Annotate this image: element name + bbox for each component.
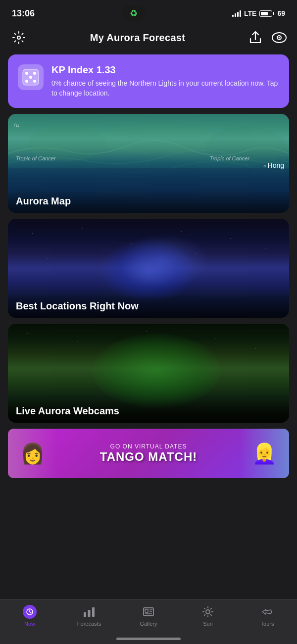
now-icon <box>23 605 37 619</box>
home-indicator <box>116 638 181 640</box>
ad-person-left: 👩 <box>8 429 57 478</box>
tab-sun-label: Sun <box>203 621 213 627</box>
tab-tours[interactable]: Tours <box>238 605 297 627</box>
kp-title: KP Index 1.33 <box>51 64 279 76</box>
svg-point-6 <box>33 72 36 75</box>
header-actions <box>248 30 287 46</box>
kp-description: 0% chance of seeing the Northern Lights … <box>51 79 279 98</box>
gallery-icon <box>142 605 155 619</box>
view-button[interactable] <box>271 30 287 46</box>
svg-point-11 <box>97 124 216 153</box>
tab-sun[interactable]: Sun <box>178 605 238 627</box>
svg-rect-15 <box>84 612 86 617</box>
tab-gallery[interactable]: Gallery <box>119 605 178 627</box>
dynamic-island: ♻ <box>122 5 146 22</box>
best-locations-card[interactable]: Best Locations Right Now <box>8 219 289 318</box>
svg-rect-19 <box>145 609 148 612</box>
ad-content: GO ON VIRTUAL DATES TANGO MATCH! <box>100 443 197 464</box>
webcam-footer: Live Aurora Webcams <box>8 399 289 423</box>
battery-level: 69 <box>277 9 285 17</box>
page-title: My Aurora Forecast <box>90 32 186 44</box>
map-city-label: Hong <box>263 161 284 169</box>
ad-banner[interactable]: 👩 GO ON VIRTUAL DATES TANGO MATCH! 👱‍♀️ <box>8 429 289 478</box>
svg-point-7 <box>25 80 28 83</box>
tab-tours-label: Tours <box>261 621 274 627</box>
header: My Aurora Forecast <box>0 25 297 54</box>
tab-now[interactable]: Now <box>0 605 59 627</box>
aurora-map-footer: Aurora Map <box>8 190 289 213</box>
webcam-card[interactable]: Live Aurora Webcams <box>8 324 289 423</box>
status-time: 13:06 <box>12 8 35 19</box>
ad-top-text: GO ON VIRTUAL DATES <box>100 443 197 450</box>
aurora-glow-secondary <box>120 234 209 288</box>
svg-point-3 <box>279 37 280 39</box>
tab-gallery-label: Gallery <box>140 621 157 627</box>
svg-point-8 <box>33 80 36 83</box>
status-bar: 13:06 ♻ LTE 69 <box>0 0 297 25</box>
tours-icon <box>260 605 274 619</box>
map-tropic-left: Tropic of Cancer <box>16 155 56 161</box>
tab-forecasts-label: Forecasts <box>77 621 101 627</box>
aurora-map-label: Aurora Map <box>16 196 71 206</box>
map-label-ya: 7a <box>13 122 19 128</box>
ad-person-right: 👱‍♀️ <box>240 429 289 478</box>
ad-main-text: TANGO MATCH! <box>100 450 197 464</box>
app-icon: ♻ <box>130 8 138 19</box>
svg-rect-17 <box>92 607 95 617</box>
battery-icon <box>259 10 274 17</box>
svg-point-9 <box>29 76 32 79</box>
status-indicators: LTE 69 <box>232 9 285 17</box>
map-tropic-right: Tropic of Cancer <box>210 155 250 161</box>
tab-bar: Now Forecasts Gallery <box>0 599 297 644</box>
main-content: KP Index 1.33 0% chance of seeing the No… <box>0 54 297 478</box>
aurora-map-card[interactable]: 7a Tropic of Cancer Tropic of Cancer Hon… <box>8 114 289 213</box>
tab-forecasts[interactable]: Forecasts <box>59 605 119 627</box>
svg-point-23 <box>206 610 210 614</box>
kp-index-card[interactable]: KP Index 1.33 0% chance of seeing the No… <box>8 54 289 108</box>
tab-now-label: Now <box>24 621 35 627</box>
settings-button[interactable] <box>10 29 28 47</box>
webcam-label: Live Aurora Webcams <box>16 405 119 416</box>
kp-icon <box>18 64 44 90</box>
kp-text-content: KP Index 1.33 0% chance of seeing the No… <box>51 64 279 98</box>
best-locations-footer: Best Locations Right Now <box>8 295 289 318</box>
forecasts-icon <box>82 605 96 619</box>
best-locations-label: Best Locations Right Now <box>16 300 139 311</box>
sun-icon <box>201 605 215 619</box>
svg-point-0 <box>17 36 20 39</box>
svg-rect-16 <box>88 610 91 617</box>
network-type: LTE <box>244 9 256 17</box>
signal-icon <box>232 10 241 17</box>
share-button[interactable] <box>248 30 263 46</box>
svg-point-5 <box>25 72 28 75</box>
